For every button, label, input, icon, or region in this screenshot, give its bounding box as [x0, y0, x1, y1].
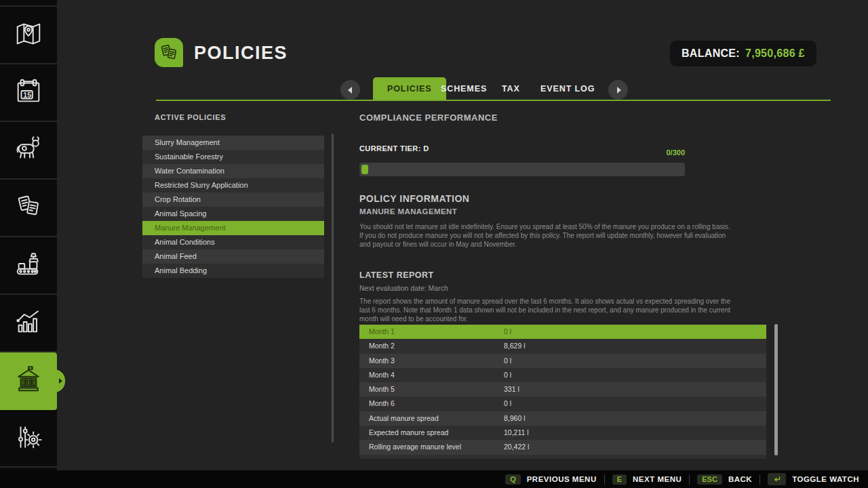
policy-list-item[interactable]: Slurry Management [142, 136, 324, 150]
tabs-next-button[interactable] [608, 80, 628, 100]
policy-list-item[interactable]: Sustainable Forestry [142, 150, 324, 164]
policies-screen: 15 [0, 0, 868, 488]
next-evaluation-date: Next evaluation date: March [359, 284, 448, 292]
policy-description: You should not let manure sit idle indef… [359, 223, 734, 249]
report-row: Month 5 331 l [359, 382, 766, 396]
calendar-day-label: 15 [23, 91, 31, 99]
toggle-watch-hint[interactable]: TOGGLE WATCH [768, 473, 859, 485]
map-pin-icon [13, 18, 44, 52]
policy-list-scrollbar[interactable] [332, 134, 334, 443]
report-row: Month 6 0 l [359, 396, 766, 411]
conveyor-icon [13, 249, 44, 283]
key-e-badge: E [612, 474, 627, 485]
right-arrow-icon [59, 378, 62, 384]
report-row-selected: Month 1 0 l [359, 325, 766, 339]
tab-tax[interactable]: TAX [502, 77, 520, 101]
report-row: Actual manure spread 8,960 l [359, 411, 766, 426]
compliance-progress-bar [359, 163, 685, 176]
policy-list-item[interactable]: Crop Rotation [142, 192, 324, 207]
tab-schemes[interactable]: SCHEMES [441, 77, 487, 101]
report-row: Month 3 0 l [359, 354, 766, 368]
compliance-score-label: 0/300 [359, 148, 685, 157]
chevron-right-icon [617, 87, 621, 94]
tabs-prev-button[interactable] [340, 80, 360, 100]
policy-name-subheading: MANURE MANAGEMENT [359, 207, 457, 216]
back-hint[interactable]: ESC BACK [697, 474, 752, 485]
sliders-gear-icon [13, 422, 44, 455]
sidebar: 15 [0, 0, 57, 470]
report-row: Month 4 0 l [359, 368, 766, 382]
compliance-heading: COMPLIANCE PERFORMANCE [359, 113, 498, 123]
hint-divider [604, 474, 605, 485]
balance-display: BALANCE: 7,950,686 £ [670, 41, 816, 66]
balance-value: 7,950,686 £ [745, 47, 805, 60]
report-table: Month 1 0 l Month 2 8,629 l Month 3 0 l … [359, 325, 766, 459]
policy-list-item[interactable]: Animal Bedding [142, 264, 324, 278]
tab-policies[interactable]: POLICIES [373, 77, 446, 101]
policy-list-item-selected[interactable]: Manure Management [142, 221, 324, 235]
chevron-left-icon [348, 87, 352, 94]
previous-menu-hint[interactable]: Q PREVIOUS MENU [505, 474, 597, 485]
hint-divider [689, 474, 690, 485]
compliance-progress-fill [361, 165, 368, 174]
bank-icon [13, 364, 44, 398]
policy-list-item[interactable]: Restricted Slurry Application [142, 178, 324, 192]
sidebar-item-partial [0, 0, 57, 7]
key-esc-badge: ESC [697, 474, 722, 485]
report-table-scrollbar[interactable] [774, 324, 778, 455]
policy-list-item[interactable]: Animal Spacing [142, 207, 324, 221]
policies-badge-icon [155, 38, 183, 67]
report-description: The report shows the amount of manure sp… [359, 298, 734, 323]
report-row-partial: Rating - [359, 455, 766, 459]
sidebar-item-contracts[interactable] [0, 180, 57, 237]
keybind-bar: Q PREVIOUS MENU E NEXT MENU ESC BACK TOG… [0, 470, 868, 488]
bar-chart-icon [13, 306, 44, 340]
policy-list-item[interactable]: Animal Conditions [142, 235, 324, 249]
sidebar-item-calendar[interactable]: 15 [0, 64, 57, 122]
tab-event-log[interactable]: EVENT LOG [540, 77, 595, 101]
latest-report-heading: LATEST REPORT [359, 270, 434, 280]
hint-divider [760, 474, 760, 485]
balance-label: BALANCE: [682, 47, 740, 60]
active-item-bump [54, 369, 65, 392]
key-q-badge: Q [505, 474, 521, 485]
policy-list-item[interactable]: Animal Feed [142, 249, 324, 264]
report-row: Rolling average manure level 20,422 l [359, 440, 766, 454]
report-row: Expected manure spread 10,211 l [359, 426, 766, 440]
sidebar-item-statistics[interactable] [0, 295, 57, 352]
documents-icon [13, 191, 44, 225]
sidebar-item-production[interactable] [0, 237, 57, 295]
calendar-icon: 15 [13, 76, 44, 110]
enter-return-icon [768, 473, 786, 485]
policy-list: Slurry Management Sustainable Forestry W… [142, 136, 324, 278]
cow-icon [13, 134, 44, 167]
sidebar-item-finances[interactable] [0, 352, 57, 410]
next-menu-hint[interactable]: E NEXT MENU [612, 474, 682, 485]
report-row: Month 2 8,629 l [359, 339, 766, 353]
sidebar-item-settings[interactable] [0, 410, 57, 468]
sidebar-item-animals[interactable] [0, 122, 57, 180]
policy-info-heading: POLICY INFORMATION [359, 193, 469, 204]
page-title: POLICIES [194, 43, 288, 64]
policy-list-item[interactable]: Water Contamination [142, 164, 324, 178]
tab-underline [156, 100, 831, 101]
active-policies-heading: ACTIVE POLICIES [155, 113, 226, 121]
sidebar-item-map[interactable] [0, 7, 57, 64]
